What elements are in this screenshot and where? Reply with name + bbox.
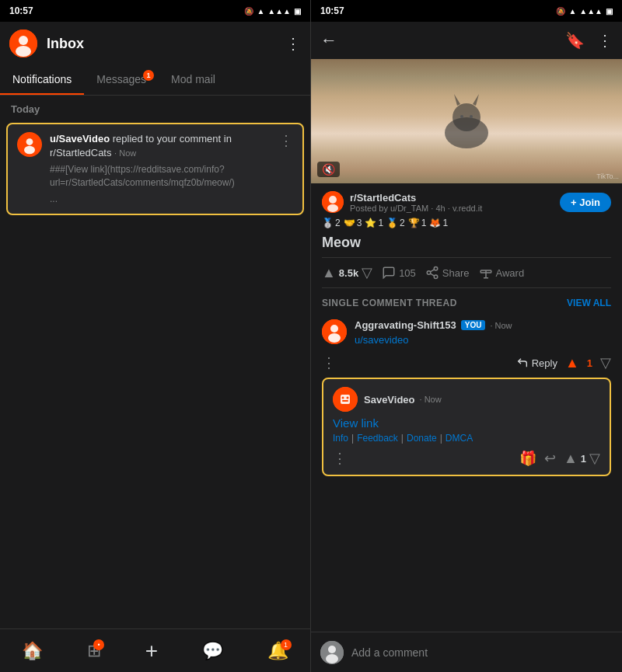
svg-point-13 [329,196,337,204]
share-button[interactable]: Share [425,266,470,280]
post-content: r/StartledCats Posted by u/Dr_TAM · 4h ·… [311,183,622,632]
tab-modmail[interactable]: Mod mail [159,65,228,95]
cat-image [420,75,513,168]
bot-view-link[interactable]: View link [333,416,600,430]
post-video[interactable]: 🔇 TikTo... [311,59,622,183]
comment-link[interactable]: u/savevideo [355,334,408,346]
svg-point-7 [453,103,480,131]
svg-marker-8 [454,94,460,106]
more-options-icon[interactable]: ⋮ [285,34,301,53]
comments-button[interactable]: 105 [382,266,416,280]
comments-count: 105 [399,267,416,279]
battery-icon: ▣ [294,7,301,16]
parent-upvote-button[interactable]: ▲ [565,355,579,371]
bot-time: · Now [420,395,442,404]
bot-feedback-link[interactable]: Feedback [357,433,398,444]
tab-notifications[interactable]: Notifications [0,65,84,95]
svg-point-30 [328,646,336,653]
join-button[interactable]: + Join [560,193,611,212]
parent-more-icon[interactable]: ⋮ [322,354,336,371]
tiktok-watermark: TikTo... [596,172,619,180]
right-header-icons: 🔖 ⋮ [565,31,613,50]
svg-marker-9 [473,94,479,106]
award-silver: 🥈2 [322,218,341,228]
add-comment-input[interactable]: Add a comment [351,646,613,659]
svg-point-26 [342,397,344,399]
bot-reply-icon[interactable]: ↩ [544,450,556,467]
bot-action-row: ⋮ 🎁 ↩ ▲ 1 ▽ [333,450,600,467]
back-button[interactable]: ← [320,30,337,50]
comment-author-row: Aggravating-Shift153 YOU · Now [355,319,611,331]
user-avatar[interactable] [9,30,37,57]
comment-user-avatar [322,319,347,344]
svg-point-31 [326,654,338,663]
bot-downvote-button[interactable]: ▽ [589,450,600,467]
post-title: Meow [322,235,611,251]
bot-donate-link[interactable]: Donate [407,433,437,444]
nav-home[interactable]: 🏠 [22,641,43,661]
award-label: Award [496,267,525,279]
bot-upvote-button[interactable]: ▲ [564,451,578,467]
sep1: | [351,433,354,444]
comment-info: Aggravating-Shift153 YOU · Now u/savevid… [355,319,611,346]
svg-rect-28 [342,400,348,402]
right-header: ← 🔖 ⋮ [311,22,622,59]
you-badge: YOU [461,320,486,330]
comment-author: Aggravating-Shift153 [355,319,456,331]
view-all-button[interactable]: VIEW ALL [567,298,611,308]
left-bottom-nav: 🏠 ⊞ • + 💬 🔔 1 [0,628,310,672]
bot-vote-count: 1 [581,453,586,465]
svg-rect-25 [341,395,350,404]
award-star: ⭐1 [365,218,383,228]
nav-chat[interactable]: 💬 [202,641,223,661]
video-image: 🔇 TikTo... [311,59,622,183]
bot-links-row: Info | Feedback | Donate | DMCA [333,433,600,444]
downvote-button[interactable]: ▽ [362,264,372,281]
notif-user-avatar [17,132,42,157]
award-gold: 🥇2 [386,218,405,228]
bot-award-icon[interactable]: 🎁 [519,450,536,467]
subreddit-name[interactable]: r/StartledCats [350,192,554,204]
svg-point-23 [328,333,341,343]
tab-notifications-label: Notifications [12,73,72,85]
bot-vote-group: ▲ 1 ▽ [564,450,600,467]
grid-badge: • [93,639,104,650]
svg-point-1 [19,36,28,45]
post-meta-info: r/StartledCats Posted by u/Dr_TAM · 4h ·… [350,192,554,213]
svg-line-19 [430,270,434,272]
svg-point-17 [434,275,438,279]
notif-more-icon[interactable]: ⋮ [279,132,293,149]
nav-add[interactable]: + [145,639,158,663]
right-more-icon[interactable]: ⋮ [597,31,613,50]
signal-icon: ▲▲▲ [267,7,291,16]
parent-downvote-button[interactable]: ▽ [600,354,611,371]
parent-vote-count: 1 [587,357,592,369]
bot-more-icon[interactable]: ⋮ [333,450,347,467]
mute-icon[interactable]: 🔇 [317,162,340,177]
upvote-button[interactable]: ▲ [322,265,336,281]
wifi-icon: ▲ [257,7,264,16]
bookmark-icon[interactable]: 🔖 [565,31,585,50]
right-silent-icon: 🔕 [556,7,565,16]
bot-name-row: SaveVideo · Now [364,394,442,406]
nav-grid[interactable]: ⊞ • [87,641,101,661]
svg-point-5 [24,146,35,155]
inbox-title: Inbox [47,36,276,52]
bot-info-link[interactable]: Info [333,433,348,444]
action-row: ▲ 8.5k ▽ 105 Share Award [322,257,611,288]
notif-body: ###[View link](https://redditsave.com/in… [50,163,271,190]
sep3: | [440,433,442,444]
left-header: Inbox ⋮ [0,22,310,65]
award-button[interactable]: Award [479,266,525,280]
nav-bell[interactable]: 🔔 1 [267,641,288,661]
svg-point-27 [347,397,349,399]
notification-item[interactable]: u/SaveVideo replied to your comment in r… [6,123,304,215]
right-wifi-icon: ▲ [568,7,576,16]
tab-modmail-label: Mod mail [171,73,215,85]
parent-comment: Aggravating-Shift153 YOU · Now u/savevid… [322,315,611,351]
tab-messages[interactable]: Messages 1 [84,65,159,95]
bot-dmca-link[interactable]: DMCA [446,433,473,444]
notif-content: u/SaveVideo replied to your comment in r… [50,132,271,206]
messages-badge: 1 [143,70,154,81]
reply-button[interactable]: Reply [516,357,557,369]
